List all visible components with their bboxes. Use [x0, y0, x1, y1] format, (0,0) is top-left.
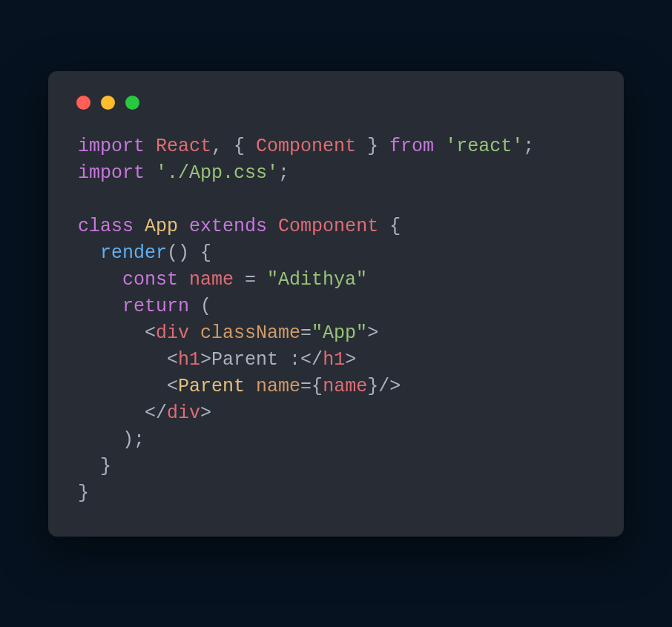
space — [245, 376, 256, 397]
editor-window: import React, { Component } from 'react'… — [48, 71, 624, 537]
code-line: class App extends Component { — [78, 216, 401, 237]
indent — [78, 456, 100, 477]
code-line: return ( — [78, 296, 211, 317]
brace-close: } — [367, 376, 378, 397]
code-line: render() { — [78, 242, 211, 264]
stage: import React, { Component } from 'react'… — [0, 0, 672, 627]
space — [178, 216, 189, 237]
angle-open: < — [167, 376, 178, 397]
angle-close: > — [345, 349, 356, 371]
angle-open: < — [145, 322, 156, 344]
angle-close: > — [367, 322, 378, 344]
self-close: /> — [378, 376, 401, 397]
space — [189, 322, 200, 344]
tag-h1-close: h1 — [323, 349, 345, 371]
code-line: ); — [78, 429, 145, 451]
indent — [78, 296, 122, 317]
punct: , { — [211, 136, 256, 157]
attr-classname: className — [200, 322, 300, 344]
close-icon[interactable] — [76, 96, 90, 110]
minimize-icon[interactable] — [101, 96, 115, 110]
code-line: <div className="App"> — [78, 322, 378, 344]
string-adithya: "Adithya" — [267, 269, 367, 291]
string-react: 'react' — [445, 136, 523, 157]
ident-name-ref: name — [323, 376, 367, 397]
punct: ; — [523, 136, 534, 157]
space — [178, 269, 189, 291]
keyword-class: class — [78, 216, 134, 237]
classname-component: Component — [278, 216, 378, 237]
keyword-extends: extends — [189, 216, 267, 237]
space — [267, 216, 278, 237]
angle-open-close: </ — [300, 349, 323, 371]
code-line: } — [78, 456, 111, 477]
brace-open: { — [200, 242, 211, 264]
string-appcss: './App.css' — [156, 162, 278, 184]
code-line: } — [78, 482, 89, 504]
brace-close: } — [100, 456, 111, 477]
brace-open: { — [312, 376, 323, 397]
indent — [78, 269, 122, 291]
paren-close: ); — [122, 429, 145, 451]
code-line: const name = "Adithya" — [78, 269, 367, 291]
indent — [78, 242, 100, 264]
code-line: <h1>Parent :</h1> — [78, 349, 356, 371]
classname-app: App — [145, 216, 178, 237]
space — [145, 162, 156, 184]
indent — [78, 349, 167, 371]
keyword-const: const — [122, 269, 178, 291]
space — [434, 136, 445, 157]
code-line: import React, { Component } from 'react'… — [78, 136, 534, 157]
text-parent: Parent : — [211, 349, 300, 371]
equals: = — [234, 269, 267, 291]
ident-component: Component — [256, 136, 356, 157]
space — [134, 216, 145, 237]
code-line: <Parent name={name}/> — [78, 376, 401, 397]
ident-react: React — [156, 136, 211, 157]
component-parent: Parent — [178, 376, 245, 397]
equals: = — [300, 376, 312, 397]
angle-close: > — [200, 349, 211, 371]
parens: () — [167, 242, 200, 264]
equals: = — [300, 322, 312, 344]
string-app: "App" — [312, 322, 367, 344]
tag-div: div — [156, 322, 189, 344]
brace-close: } — [78, 482, 89, 504]
punct: } — [356, 136, 389, 157]
indent — [78, 322, 145, 344]
zoom-icon[interactable] — [125, 96, 139, 110]
tag-h1: h1 — [178, 349, 200, 371]
keyword-return: return — [122, 296, 189, 317]
window-titlebar — [48, 71, 624, 116]
keyword-import: import — [78, 136, 145, 157]
code-line: import './App.css'; — [78, 162, 289, 184]
brace-open: { — [389, 216, 401, 237]
attr-name: name — [256, 376, 300, 397]
indent — [78, 429, 122, 451]
method-render: render — [100, 242, 167, 264]
code-line: </div> — [78, 402, 211, 424]
punct: ; — [278, 162, 289, 184]
indent — [78, 376, 167, 397]
keyword-import: import — [78, 162, 145, 184]
angle-open: < — [167, 349, 178, 371]
angle-open-close: </ — [145, 402, 167, 424]
angle-close: > — [200, 402, 211, 424]
paren-open: ( — [189, 296, 211, 317]
indent — [78, 402, 145, 424]
tag-div-close: div — [167, 402, 200, 424]
space — [378, 216, 389, 237]
keyword-from: from — [389, 136, 434, 157]
code-block: import React, { Component } from 'react'… — [48, 116, 624, 507]
ident-name: name — [189, 269, 234, 291]
